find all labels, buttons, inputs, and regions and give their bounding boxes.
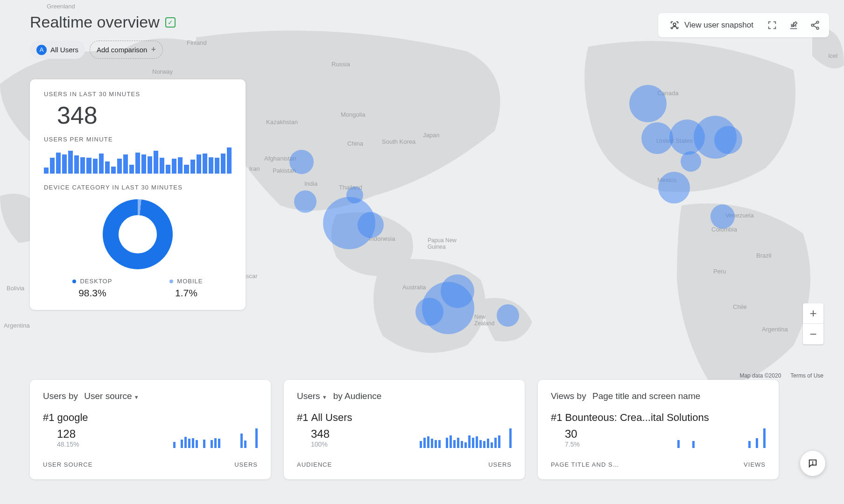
view-snapshot-label: View user snapshot bbox=[684, 21, 753, 30]
verified-check-icon: ✓ bbox=[165, 17, 176, 28]
rank: #1 bbox=[551, 412, 562, 423]
share-button[interactable] bbox=[806, 16, 824, 35]
col-right: USERS bbox=[234, 461, 258, 468]
edit-chart-icon bbox=[788, 20, 799, 30]
filter-chip-label: All Users bbox=[50, 46, 78, 54]
card-title-suffix: by Audience bbox=[333, 391, 382, 401]
filter-badge: A bbox=[36, 45, 47, 55]
share-icon bbox=[810, 20, 820, 30]
filter-chip-all-users[interactable]: A All Users bbox=[30, 41, 85, 59]
rank: #1 bbox=[297, 412, 308, 423]
top-item: All Users bbox=[311, 412, 352, 423]
edit-report-button[interactable] bbox=[784, 16, 803, 35]
metric-value: 30 bbox=[565, 427, 580, 441]
users-by-audience-card: Users▼ by Audience #1All Users 348 100% … bbox=[284, 380, 525, 479]
users-per-minute-chart bbox=[44, 147, 232, 174]
fullscreen-button[interactable] bbox=[763, 16, 781, 35]
users-per-minute-label: USERS PER MINUTE bbox=[44, 136, 232, 143]
chevron-down-icon: ▼ bbox=[134, 394, 139, 400]
realtime-summary-card: USERS IN LAST 30 MINUTES 348 USERS PER M… bbox=[30, 79, 246, 310]
card-dimension-dropdown[interactable]: User source▼ bbox=[84, 391, 139, 401]
svg-point-4 bbox=[816, 27, 819, 29]
legend-mobile-label: MOBILE bbox=[177, 278, 203, 285]
view-user-snapshot-button[interactable]: View user snapshot bbox=[663, 16, 760, 34]
users-by-source-card: Users by User source▼ #1google 128 48.15… bbox=[30, 380, 271, 479]
card-metric-dropdown[interactable]: Users▼ bbox=[297, 391, 327, 401]
card-title-prefix: Views by bbox=[551, 391, 586, 401]
svg-point-2 bbox=[816, 21, 819, 23]
chevron-down-icon: ▼ bbox=[322, 394, 327, 400]
col-right: USERS bbox=[488, 461, 512, 468]
legend-mobile-value: 1.7% bbox=[169, 287, 203, 299]
card-title-suffix: Page title and screen name bbox=[592, 391, 700, 401]
legend-dot-desktop bbox=[72, 280, 76, 283]
top-item: google bbox=[57, 412, 88, 423]
views-by-page-card: Views by Page title and screen name #1Bo… bbox=[538, 380, 779, 479]
device-donut-chart bbox=[103, 199, 173, 269]
add-comparison-chip[interactable]: Add comparison + bbox=[90, 41, 163, 59]
svg-point-6 bbox=[812, 464, 813, 464]
device-category-label: DEVICE CATEGORY IN LAST 30 MINUTES bbox=[44, 184, 232, 191]
feedback-button[interactable] bbox=[800, 451, 825, 476]
top-item: Bounteous: Crea...ital Solutions bbox=[565, 412, 709, 423]
feedback-icon bbox=[808, 458, 818, 469]
add-comparison-label: Add comparison bbox=[97, 46, 147, 54]
page-title: Realtime overview bbox=[30, 13, 160, 31]
zoom-out-button[interactable]: − bbox=[803, 324, 823, 344]
col-left: PAGE TITLE AND S… bbox=[551, 461, 619, 468]
fullscreen-icon bbox=[767, 20, 777, 30]
map-attribution: Map data ©2020 bbox=[739, 372, 781, 379]
rank: #1 bbox=[43, 412, 54, 423]
metric-pct: 7.5% bbox=[565, 441, 580, 448]
sparkline-chart bbox=[412, 428, 512, 448]
metric-value: 348 bbox=[311, 427, 330, 441]
legend-desktop-value: 98.3% bbox=[72, 287, 112, 299]
metric-pct: 48.15% bbox=[57, 441, 79, 448]
card-title-prefix: Users by bbox=[43, 391, 78, 401]
users-last-30-value: 348 bbox=[57, 101, 232, 129]
col-right: VIEWS bbox=[744, 461, 766, 468]
svg-point-3 bbox=[811, 24, 814, 27]
map-zoom-controls: + − bbox=[803, 303, 823, 344]
legend-dot-mobile bbox=[169, 280, 173, 283]
legend-desktop-label: DESKTOP bbox=[80, 278, 112, 285]
metric-value: 128 bbox=[57, 427, 79, 441]
zoom-in-button[interactable]: + bbox=[803, 303, 823, 324]
plus-icon: + bbox=[151, 45, 156, 55]
terms-of-use-link[interactable]: Terms of Use bbox=[790, 372, 823, 379]
user-snapshot-icon bbox=[669, 20, 680, 30]
sparkline-chart bbox=[162, 428, 258, 448]
svg-point-1 bbox=[673, 23, 676, 26]
sparkline-chart bbox=[666, 428, 766, 448]
metric-pct: 100% bbox=[311, 441, 330, 448]
col-left: AUDIENCE bbox=[297, 461, 332, 468]
users-last-30-label: USERS IN LAST 30 MINUTES bbox=[44, 91, 232, 98]
col-left: USER SOURCE bbox=[43, 461, 92, 468]
